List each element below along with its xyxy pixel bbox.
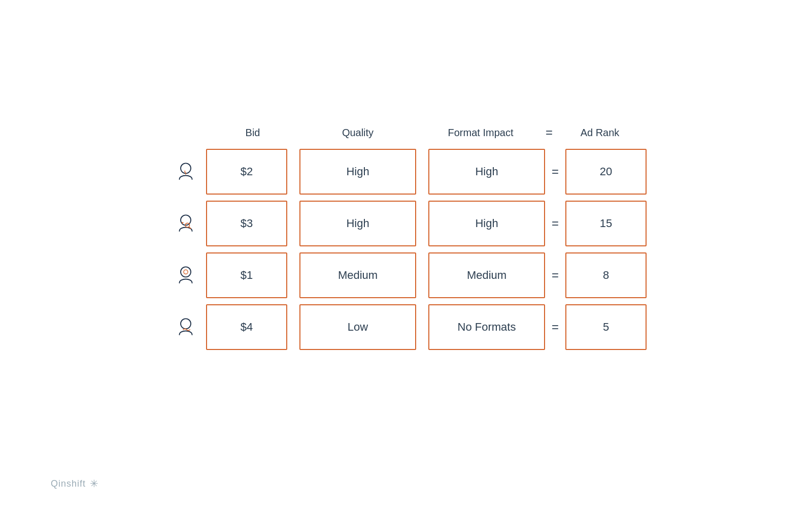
person-icon-3 bbox=[173, 263, 198, 288]
cell-format-3: Medium bbox=[428, 252, 545, 298]
cell-quality-2: High bbox=[299, 201, 416, 246]
brand-symbol: ✳ bbox=[90, 477, 99, 490]
header-format: Format Impact bbox=[422, 127, 539, 139]
cell-quality-3: Medium bbox=[299, 252, 416, 298]
equals-4: = bbox=[545, 320, 565, 334]
brand-logo: Qinshift ✳ bbox=[51, 477, 99, 490]
cell-bid-1: $2 bbox=[206, 149, 287, 195]
header-adrank: Ad Rank bbox=[559, 127, 640, 139]
person-icon-1 bbox=[173, 159, 198, 184]
data-row-3: $1 Medium Medium = 8 bbox=[165, 252, 647, 298]
cell-adrank-3: 8 bbox=[565, 252, 647, 298]
header-row: Bid Quality Format Impact = Ad Rank bbox=[172, 125, 640, 140]
main-container: Bid Quality Format Impact = Ad Rank bbox=[0, 0, 812, 510]
cell-format-1: High bbox=[428, 149, 545, 195]
cell-adrank-2: 15 bbox=[565, 201, 647, 246]
header-equals: = bbox=[539, 125, 559, 140]
person-icon-4 bbox=[173, 314, 198, 340]
icon-row-4 bbox=[165, 314, 206, 340]
data-row-2: $3 High High = 15 bbox=[165, 201, 647, 246]
data-row-1: $2 High High = 20 bbox=[165, 149, 647, 195]
brand-name: Qinshift bbox=[51, 479, 86, 489]
svg-point-6 bbox=[181, 318, 191, 329]
header-bid: Bid bbox=[212, 127, 293, 139]
data-row-4: $4 Low No Formats = 5 bbox=[165, 304, 647, 350]
equals-2: = bbox=[545, 216, 565, 231]
cell-quality-1: High bbox=[299, 149, 416, 195]
person-icon-2 bbox=[173, 211, 198, 236]
cell-format-2: High bbox=[428, 201, 545, 246]
svg-point-4 bbox=[181, 267, 191, 277]
cell-bid-2: $3 bbox=[206, 201, 287, 246]
cell-adrank-4: 5 bbox=[565, 304, 647, 350]
equals-3: = bbox=[545, 268, 565, 282]
cell-quality-4: Low bbox=[299, 304, 416, 350]
table-area: Bid Quality Format Impact = Ad Rank bbox=[165, 125, 647, 354]
cell-bid-4: $4 bbox=[206, 304, 287, 350]
svg-point-5 bbox=[184, 270, 188, 274]
cell-format-4: No Formats bbox=[428, 304, 545, 350]
cell-bid-3: $1 bbox=[206, 252, 287, 298]
icon-row-2 bbox=[165, 211, 206, 236]
equals-1: = bbox=[545, 165, 565, 179]
svg-point-0 bbox=[181, 163, 191, 173]
header-quality: Quality bbox=[299, 127, 416, 139]
icon-row-3 bbox=[165, 263, 206, 288]
cell-adrank-1: 20 bbox=[565, 149, 647, 195]
icon-row-1 bbox=[165, 159, 206, 184]
